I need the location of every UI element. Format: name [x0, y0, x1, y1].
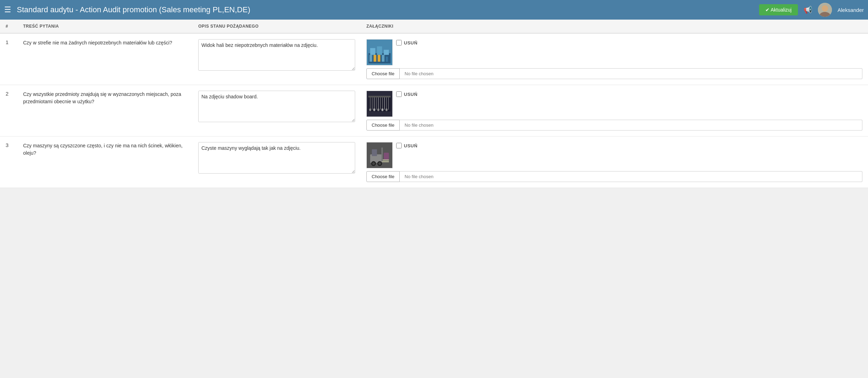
svg-rect-12 [386, 57, 388, 62]
delete-checkbox[interactable] [396, 143, 402, 148]
delete-label: USUŃ [404, 143, 418, 148]
megaphone-icon: 📢 [804, 6, 812, 14]
table-row: 2 Czy wszystkie przedmioty znajdują się … [0, 85, 868, 136]
update-button[interactable]: ✔ Aktualizuj [759, 4, 798, 15]
app-header: ☰ Standard audytu - Action Audit promoti… [0, 0, 868, 20]
description-textarea[interactable]: Na zdjęciu shadow board. [198, 91, 355, 122]
svg-rect-35 [382, 161, 389, 162]
row-num: 2 [0, 85, 18, 136]
col-header-attachments: ZAŁĄCZNIKI [361, 20, 868, 33]
row-attachments: USUŃ Choose file No file chosen [361, 136, 868, 188]
attachment-cell: USUŃ Choose file No file chosen [366, 39, 862, 79]
user-name: Aleksander [838, 7, 864, 13]
row-num: 1 [0, 33, 18, 85]
svg-rect-9 [373, 55, 376, 62]
choose-file-button[interactable]: Choose file [366, 68, 400, 79]
attachment-cell: USUŃ Choose file No file chosen [366, 91, 862, 131]
row-description[interactable]: Czyste maszyny wyglądają tak jak na zdję… [193, 136, 361, 188]
svg-point-37 [372, 162, 375, 165]
file-chosen-text: No file chosen [400, 120, 862, 131]
delete-row: USUŃ [396, 91, 418, 97]
row-attachments: USUŃ Choose file No file chosen [361, 85, 868, 136]
attachment-thumbnail [366, 142, 393, 168]
row-question: Czy w strefie nie ma żadnych niepotrzebn… [18, 33, 193, 85]
menu-icon[interactable]: ☰ [4, 5, 11, 14]
svg-point-25 [369, 108, 371, 111]
file-input-row: Choose file No file chosen [366, 120, 862, 131]
table-row: 3 Czy maszyny są czyszczone często, i cz… [0, 136, 868, 188]
row-description[interactable]: Widok hali bez niepotrzebnych materiałów… [193, 33, 361, 85]
file-input-row: Choose file No file chosen [366, 68, 862, 79]
delete-checkbox[interactable] [396, 91, 402, 97]
delete-label: USUŃ [404, 40, 418, 46]
delete-checkbox[interactable] [396, 40, 402, 46]
delete-label: USUŃ [404, 92, 418, 97]
table-row: 1 Czy w strefie nie ma żadnych niepotrze… [0, 33, 868, 85]
svg-rect-41 [384, 153, 389, 159]
audit-table: # TREŚĆ PYTANIA OPIS STANU POŻĄDANEGO ZA… [0, 20, 868, 188]
svg-rect-11 [382, 55, 385, 62]
table-header-row: # TREŚĆ PYTANIA OPIS STANU POŻĄDANEGO ZA… [0, 20, 868, 33]
delete-row: USUŃ [396, 40, 418, 46]
row-num: 3 [0, 136, 18, 188]
svg-point-39 [378, 162, 381, 165]
attachment-thumbnail [366, 91, 393, 117]
svg-rect-33 [372, 149, 377, 156]
page-title: Standard audytu - Action Audit promotion… [17, 5, 753, 14]
col-header-description: OPIS STANU POŻĄDANEGO [193, 20, 361, 33]
choose-file-button[interactable]: Choose file [366, 171, 400, 182]
attachment-cell: USUŃ Choose file No file chosen [366, 142, 862, 182]
svg-point-28 [381, 108, 384, 111]
attachment-image-row: USUŃ [366, 142, 862, 168]
svg-rect-8 [370, 55, 372, 62]
svg-rect-6 [377, 46, 382, 55]
svg-rect-30 [368, 96, 391, 98]
file-chosen-text: No file chosen [400, 171, 862, 182]
file-chosen-text: No file chosen [400, 68, 862, 79]
row-question: Czy maszyny są czyszczone często, i czy … [18, 136, 193, 188]
description-textarea[interactable]: Czyste maszyny wyglądają tak jak na zdję… [198, 142, 355, 174]
svg-point-26 [373, 108, 375, 111]
col-header-num: # [0, 20, 18, 33]
svg-rect-7 [384, 50, 389, 55]
row-attachments: USUŃ Choose file No file chosen [361, 33, 868, 85]
attachment-image-row: USUŃ [366, 39, 862, 65]
svg-rect-34 [382, 160, 389, 161]
choose-file-button[interactable]: Choose file [366, 120, 400, 131]
avatar [818, 3, 832, 17]
col-header-question: TREŚĆ PYTANIA [18, 20, 193, 33]
row-question: Czy wszystkie przedmioty znajdują się w … [18, 85, 193, 136]
delete-row: USUŃ [396, 143, 418, 148]
svg-rect-40 [381, 148, 383, 161]
svg-point-1 [822, 5, 828, 12]
row-description[interactable]: Na zdjęciu shadow board. [193, 85, 361, 136]
file-input-row: Choose file No file chosen [366, 171, 862, 182]
svg-point-29 [386, 108, 388, 111]
svg-rect-10 [378, 55, 380, 62]
attachment-thumbnail [366, 39, 393, 65]
attachment-image-row: USUŃ [366, 91, 862, 117]
description-textarea[interactable]: Widok hali bez niepotrzebnych materiałów… [198, 39, 355, 71]
svg-point-27 [377, 108, 379, 111]
svg-rect-5 [370, 48, 376, 55]
